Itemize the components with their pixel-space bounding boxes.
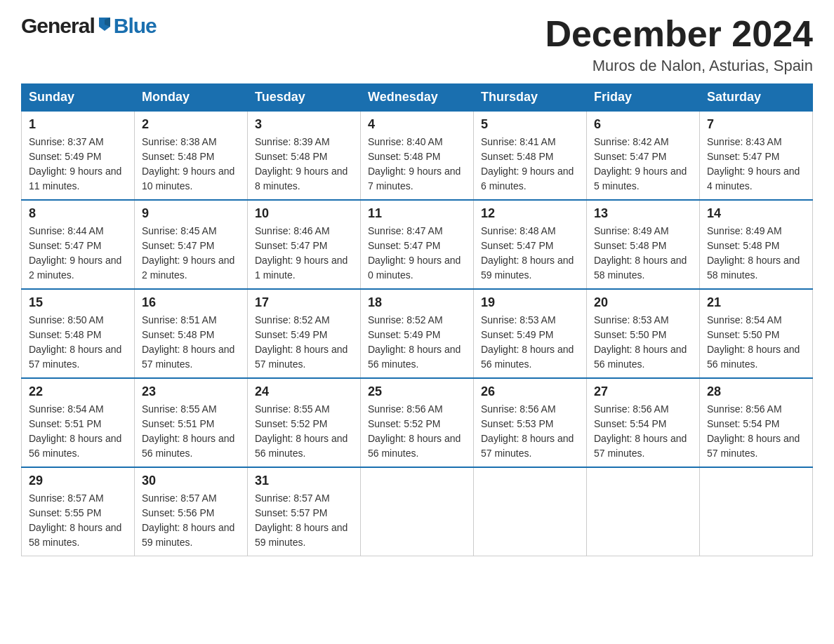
header-tuesday: Tuesday (248, 84, 361, 112)
day-cell: 6Sunrise: 8:42 AMSunset: 5:47 PMDaylight… (587, 111, 700, 200)
logo-arrow-icon (97, 15, 112, 34)
day-number: 12 (481, 206, 579, 221)
day-info: Sunrise: 8:56 AMSunset: 5:54 PMDaylight:… (707, 402, 805, 461)
day-number: 10 (255, 206, 353, 221)
day-cell: 29Sunrise: 8:57 AMSunset: 5:55 PMDayligh… (22, 467, 135, 556)
week-row-2: 8Sunrise: 8:44 AMSunset: 5:47 PMDaylight… (22, 200, 813, 289)
day-number: 6 (594, 117, 692, 132)
day-info: Sunrise: 8:52 AMSunset: 5:49 PMDaylight:… (368, 313, 466, 372)
day-info: Sunrise: 8:57 AMSunset: 5:56 PMDaylight:… (142, 491, 240, 550)
week-row-5: 29Sunrise: 8:57 AMSunset: 5:55 PMDayligh… (22, 467, 813, 556)
day-number: 31 (255, 474, 353, 488)
day-number: 18 (368, 295, 466, 310)
day-info: Sunrise: 8:56 AMSunset: 5:54 PMDaylight:… (594, 402, 692, 461)
day-number: 23 (142, 384, 240, 399)
day-info: Sunrise: 8:45 AMSunset: 5:47 PMDaylight:… (142, 224, 240, 283)
day-cell: 31Sunrise: 8:57 AMSunset: 5:57 PMDayligh… (248, 467, 361, 556)
week-row-1: 1Sunrise: 8:37 AMSunset: 5:49 PMDaylight… (22, 111, 813, 200)
day-cell (587, 467, 700, 556)
day-number: 14 (707, 206, 805, 221)
day-cell: 24Sunrise: 8:55 AMSunset: 5:52 PMDayligh… (248, 378, 361, 467)
day-number: 15 (29, 295, 127, 310)
day-info: Sunrise: 8:48 AMSunset: 5:47 PMDaylight:… (481, 224, 579, 283)
page-header: General Blue December 2024 Muros de Nalo… (21, 14, 813, 75)
header-wednesday: Wednesday (361, 84, 474, 112)
day-number: 2 (142, 117, 240, 132)
day-info: Sunrise: 8:43 AMSunset: 5:47 PMDaylight:… (707, 135, 805, 194)
day-number: 30 (142, 474, 240, 488)
day-info: Sunrise: 8:38 AMSunset: 5:48 PMDaylight:… (142, 135, 240, 194)
day-number: 19 (481, 295, 579, 310)
week-row-3: 15Sunrise: 8:50 AMSunset: 5:48 PMDayligh… (22, 289, 813, 378)
day-cell: 19Sunrise: 8:53 AMSunset: 5:49 PMDayligh… (474, 289, 587, 378)
day-number: 1 (29, 117, 127, 132)
day-number: 3 (255, 117, 353, 132)
day-info: Sunrise: 8:42 AMSunset: 5:47 PMDaylight:… (594, 135, 692, 194)
day-cell: 13Sunrise: 8:49 AMSunset: 5:48 PMDayligh… (587, 200, 700, 289)
day-number: 20 (594, 295, 692, 310)
day-number: 4 (368, 117, 466, 132)
day-number: 29 (29, 474, 127, 488)
day-cell: 5Sunrise: 8:41 AMSunset: 5:48 PMDaylight… (474, 111, 587, 200)
day-number: 8 (29, 206, 127, 221)
day-cell: 23Sunrise: 8:55 AMSunset: 5:51 PMDayligh… (135, 378, 248, 467)
day-info: Sunrise: 8:57 AMSunset: 5:55 PMDaylight:… (29, 491, 127, 550)
day-number: 9 (142, 206, 240, 221)
day-number: 13 (594, 206, 692, 221)
day-info: Sunrise: 8:49 AMSunset: 5:48 PMDaylight:… (594, 224, 692, 283)
day-info: Sunrise: 8:52 AMSunset: 5:49 PMDaylight:… (255, 313, 353, 372)
calendar-title: December 2024 (545, 14, 813, 54)
day-cell (361, 467, 474, 556)
day-number: 21 (707, 295, 805, 310)
day-cell: 2Sunrise: 8:38 AMSunset: 5:48 PMDaylight… (135, 111, 248, 200)
day-cell (700, 467, 813, 556)
day-info: Sunrise: 8:54 AMSunset: 5:51 PMDaylight:… (29, 402, 127, 461)
day-info: Sunrise: 8:44 AMSunset: 5:47 PMDaylight:… (29, 224, 127, 283)
day-cell: 12Sunrise: 8:48 AMSunset: 5:47 PMDayligh… (474, 200, 587, 289)
day-info: Sunrise: 8:46 AMSunset: 5:47 PMDaylight:… (255, 224, 353, 283)
day-number: 26 (481, 384, 579, 399)
day-info: Sunrise: 8:51 AMSunset: 5:48 PMDaylight:… (142, 313, 240, 372)
logo-general-text: General (21, 14, 95, 38)
day-info: Sunrise: 8:40 AMSunset: 5:48 PMDaylight:… (368, 135, 466, 194)
day-cell: 4Sunrise: 8:40 AMSunset: 5:48 PMDaylight… (361, 111, 474, 200)
day-number: 17 (255, 295, 353, 310)
day-cell: 10Sunrise: 8:46 AMSunset: 5:47 PMDayligh… (248, 200, 361, 289)
day-cell: 26Sunrise: 8:56 AMSunset: 5:53 PMDayligh… (474, 378, 587, 467)
day-cell: 9Sunrise: 8:45 AMSunset: 5:47 PMDaylight… (135, 200, 248, 289)
day-info: Sunrise: 8:39 AMSunset: 5:48 PMDaylight:… (255, 135, 353, 194)
day-info: Sunrise: 8:49 AMSunset: 5:48 PMDaylight:… (707, 224, 805, 283)
day-info: Sunrise: 8:53 AMSunset: 5:49 PMDaylight:… (481, 313, 579, 372)
day-number: 16 (142, 295, 240, 310)
day-cell: 11Sunrise: 8:47 AMSunset: 5:47 PMDayligh… (361, 200, 474, 289)
day-number: 11 (368, 206, 466, 221)
day-info: Sunrise: 8:57 AMSunset: 5:57 PMDaylight:… (255, 491, 353, 550)
header-sunday: Sunday (22, 84, 135, 112)
day-cell: 21Sunrise: 8:54 AMSunset: 5:50 PMDayligh… (700, 289, 813, 378)
day-number: 7 (707, 117, 805, 132)
day-cell: 15Sunrise: 8:50 AMSunset: 5:48 PMDayligh… (22, 289, 135, 378)
day-cell (474, 467, 587, 556)
day-cell: 18Sunrise: 8:52 AMSunset: 5:49 PMDayligh… (361, 289, 474, 378)
day-cell: 16Sunrise: 8:51 AMSunset: 5:48 PMDayligh… (135, 289, 248, 378)
day-info: Sunrise: 8:53 AMSunset: 5:50 PMDaylight:… (594, 313, 692, 372)
day-info: Sunrise: 8:50 AMSunset: 5:48 PMDaylight:… (29, 313, 127, 372)
header-friday: Friday (587, 84, 700, 112)
day-cell: 14Sunrise: 8:49 AMSunset: 5:48 PMDayligh… (700, 200, 813, 289)
day-number: 28 (707, 384, 805, 399)
day-info: Sunrise: 8:41 AMSunset: 5:48 PMDaylight:… (481, 135, 579, 194)
day-number: 22 (29, 384, 127, 399)
day-info: Sunrise: 8:54 AMSunset: 5:50 PMDaylight:… (707, 313, 805, 372)
day-info: Sunrise: 8:55 AMSunset: 5:52 PMDaylight:… (255, 402, 353, 461)
logo: General Blue (21, 14, 157, 38)
title-block: December 2024 Muros de Nalon, Asturias, … (545, 14, 813, 75)
day-cell: 8Sunrise: 8:44 AMSunset: 5:47 PMDaylight… (22, 200, 135, 289)
week-row-4: 22Sunrise: 8:54 AMSunset: 5:51 PMDayligh… (22, 378, 813, 467)
day-cell: 27Sunrise: 8:56 AMSunset: 5:54 PMDayligh… (587, 378, 700, 467)
header-thursday: Thursday (474, 84, 587, 112)
calendar-subtitle: Muros de Nalon, Asturias, Spain (545, 57, 813, 75)
day-number: 25 (368, 384, 466, 399)
day-cell: 7Sunrise: 8:43 AMSunset: 5:47 PMDaylight… (700, 111, 813, 200)
day-number: 27 (594, 384, 692, 399)
day-cell: 3Sunrise: 8:39 AMSunset: 5:48 PMDaylight… (248, 111, 361, 200)
